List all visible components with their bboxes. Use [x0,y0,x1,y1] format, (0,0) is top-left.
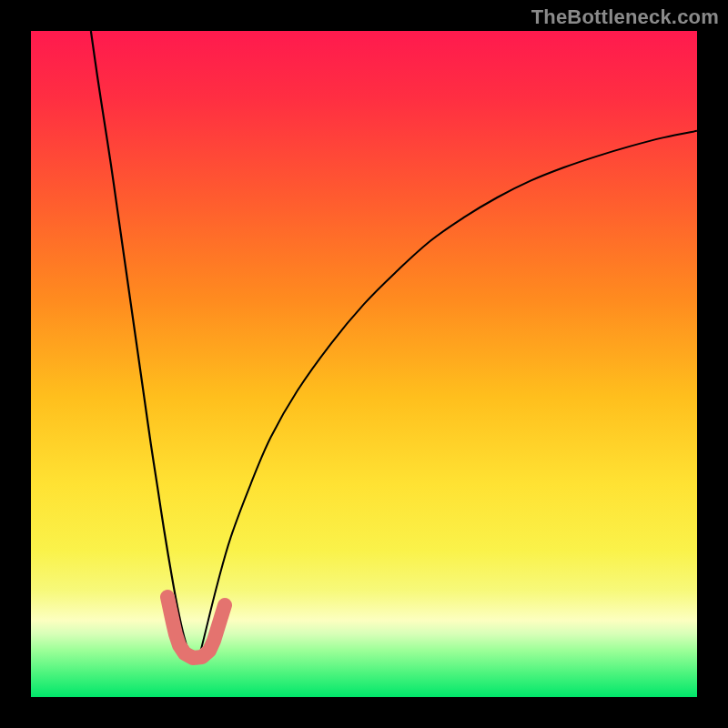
watermark-text: TheBottleneck.com [531,5,719,29]
outer-frame: TheBottleneck.com [0,0,728,728]
right-curve [197,131,697,664]
marker-highlight [167,597,225,658]
left-curve [91,31,197,663]
plot-area [31,31,697,697]
curves-layer [31,31,697,697]
